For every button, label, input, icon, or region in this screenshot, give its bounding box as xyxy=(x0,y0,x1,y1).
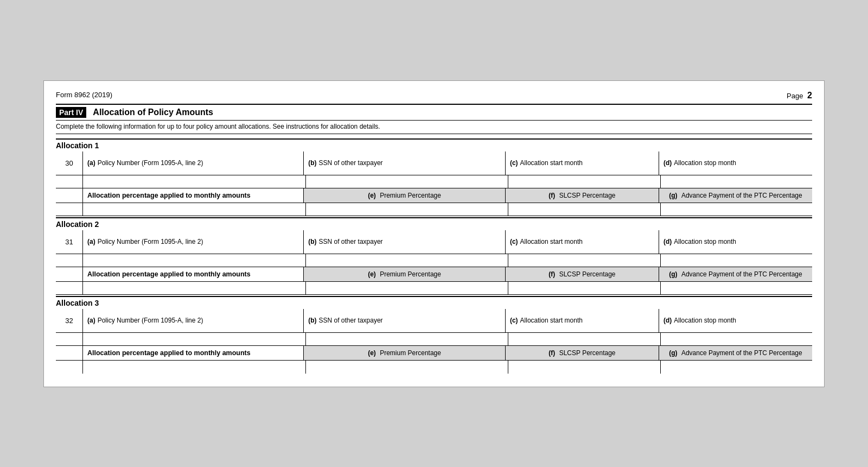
spacer-3a xyxy=(56,333,83,345)
allocation-3-heading: Allocation 3 xyxy=(56,296,812,309)
input-31-c[interactable] xyxy=(508,254,660,267)
input-30-d[interactable] xyxy=(661,175,812,188)
part-title: Allocation of Policy Amounts xyxy=(93,108,213,117)
alloc-percentage-label-1: Allocation percentage applied to monthly… xyxy=(83,188,304,203)
col-a-31: (a) Policy Number (Form 1095-A, line 2) xyxy=(83,230,304,254)
col-b-label-32: (b) xyxy=(308,317,316,324)
allocation-2-section: Allocation 2 31 (a) Policy Number (Form … xyxy=(56,217,812,295)
col-f-header-3: (f) SLCSP Percentage xyxy=(506,346,659,360)
col-f-header-1: (f) SLCSP Percentage xyxy=(506,188,659,203)
allocation-2-input-top xyxy=(56,254,812,267)
alloc-percentage-label-2: Allocation percentage applied to monthly… xyxy=(83,267,304,281)
col-g-label-3: (g) xyxy=(669,349,677,357)
spacer-1d xyxy=(56,203,83,216)
col-f-text-2: SLCSP Percentage xyxy=(559,270,616,278)
allocation-2-header-row: 31 (a) Policy Number (Form 1095-A, line … xyxy=(56,230,812,254)
spacer-1c xyxy=(56,188,83,203)
col-g-text-2: Advance Payment of the PTC Percentage xyxy=(681,270,802,278)
spacer-1e xyxy=(83,203,306,216)
input-30-f[interactable] xyxy=(508,203,660,216)
input-32-a[interactable] xyxy=(306,333,509,345)
input-31-f[interactable] xyxy=(508,282,660,294)
col-g-header-2: (g) Advance Payment of the PTC Percentag… xyxy=(659,267,812,281)
allocation-1-input-pct xyxy=(56,203,812,216)
col-b-label-30: (b) xyxy=(308,159,316,167)
col-d-32: (d) Allocation stop month xyxy=(659,309,812,332)
col-f-text-3: SLCSP Percentage xyxy=(559,349,616,357)
col-e-text-3: Premium Percentage xyxy=(380,349,441,357)
col-d-text-32: Allocation stop month xyxy=(674,317,736,324)
page-label: Page xyxy=(787,92,803,100)
spacer-3b xyxy=(83,333,306,345)
col-e-text-1: Premium Percentage xyxy=(380,192,441,199)
col-c-text-30: Allocation start month xyxy=(520,159,583,167)
spacer-3d xyxy=(56,361,83,374)
allocation-1-percentage-row: Allocation percentage applied to monthly… xyxy=(56,188,812,203)
spacer-1a xyxy=(56,175,83,188)
col-a-label-30: (a) xyxy=(87,159,95,167)
allocation-1-input-top xyxy=(56,175,812,188)
allocation-2-heading: Allocation 2 xyxy=(56,217,812,230)
allocation-3-header-row: 32 (a) Policy Number (Form 1095-A, line … xyxy=(56,309,812,333)
input-30-c[interactable] xyxy=(508,175,660,188)
col-c-text-32: Allocation start month xyxy=(520,317,583,324)
col-d-label-31: (d) xyxy=(663,238,672,245)
col-e-header-3: (e) Premium Percentage xyxy=(304,346,506,360)
col-e-text-2: Premium Percentage xyxy=(380,270,441,278)
col-b-label-31: (b) xyxy=(308,238,316,245)
input-31-a[interactable] xyxy=(306,254,509,267)
col-a-32: (a) Policy Number (Form 1095-A, line 2) xyxy=(83,309,304,332)
spacer-2a xyxy=(56,254,83,267)
allocation-3-percentage-row: Allocation percentage applied to monthly… xyxy=(56,346,812,361)
col-f-header-2: (f) SLCSP Percentage xyxy=(506,267,659,281)
allocation-1-section: Allocation 1 30 (a) Policy Number (Form … xyxy=(56,138,812,216)
col-d-30: (d) Allocation stop month xyxy=(659,152,812,175)
spacer-2c xyxy=(56,267,83,281)
col-b-text-31: SSN of other taxpayer xyxy=(319,238,383,245)
allocation-3-input-pct xyxy=(56,361,812,374)
col-f-label-1: (f) xyxy=(548,192,555,199)
input-32-g[interactable] xyxy=(661,361,812,374)
input-30-e[interactable] xyxy=(306,203,509,216)
col-d-label-30: (d) xyxy=(663,159,672,167)
form-number: Form 8962 (2019) xyxy=(56,91,112,99)
form-header: Form 8962 (2019) Page 2 xyxy=(56,91,812,100)
col-g-header-3: (g) Advance Payment of the PTC Percentag… xyxy=(659,346,812,360)
col-f-label-2: (f) xyxy=(548,270,555,278)
col-a-text-30: Policy Number (Form 1095-A, line 2) xyxy=(98,159,203,167)
col-g-header-1: (g) Advance Payment of the PTC Percentag… xyxy=(659,188,812,203)
input-31-g[interactable] xyxy=(661,282,812,294)
col-c-label-32: (c) xyxy=(510,317,518,324)
part-iv-title-row: Part IV Allocation of Policy Amounts xyxy=(56,104,812,121)
col-b-32: (b) SSN of other taxpayer xyxy=(304,309,506,332)
input-31-e[interactable] xyxy=(306,282,509,294)
col-g-label-1: (g) xyxy=(669,192,677,199)
input-30-a[interactable] xyxy=(306,175,509,188)
col-c-32: (c) Allocation start month xyxy=(506,309,659,332)
col-b-30: (b) SSN of other taxpayer xyxy=(304,152,506,175)
col-g-text-1: Advance Payment of the PTC Percentage xyxy=(681,192,802,199)
input-32-c[interactable] xyxy=(508,333,660,345)
col-e-label-3: (e) xyxy=(368,349,376,357)
line-number-30: 30 xyxy=(56,152,83,175)
col-a-30: (a) Policy Number (Form 1095-A, line 2) xyxy=(83,152,304,175)
input-30-g[interactable] xyxy=(661,203,812,216)
input-32-f[interactable] xyxy=(508,361,660,374)
col-a-label-31: (a) xyxy=(87,238,95,245)
allocation-1-header-row: 30 (a) Policy Number (Form 1095-A, line … xyxy=(56,152,812,175)
col-a-label-32: (a) xyxy=(87,317,95,324)
col-c-label-31: (c) xyxy=(510,238,518,245)
col-a-text-32: Policy Number (Form 1095-A, line 2) xyxy=(98,317,203,324)
input-32-e[interactable] xyxy=(306,361,509,374)
page-number: 2 xyxy=(807,91,812,100)
allocation-2-percentage-row: Allocation percentage applied to monthly… xyxy=(56,267,812,282)
col-a-text-31: Policy Number (Form 1095-A, line 2) xyxy=(98,238,203,245)
allocation-3-section: Allocation 3 32 (a) Policy Number (Form … xyxy=(56,296,812,374)
alloc-percentage-label-3: Allocation percentage applied to monthly… xyxy=(83,346,304,360)
allocation-2-input-pct xyxy=(56,282,812,295)
col-g-label-2: (g) xyxy=(669,270,677,278)
input-31-d[interactable] xyxy=(661,254,812,267)
line-number-32: 32 xyxy=(56,309,83,332)
input-32-d[interactable] xyxy=(661,333,812,345)
spacer-2e xyxy=(83,282,306,294)
